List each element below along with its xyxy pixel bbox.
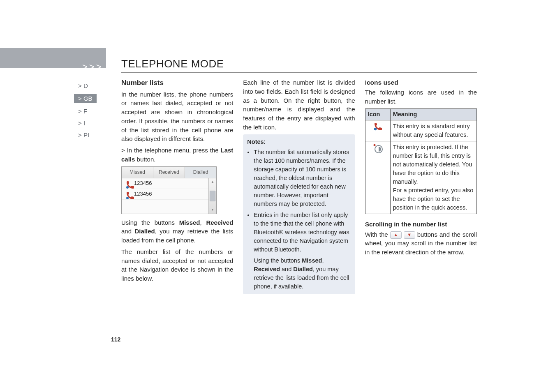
scrolling-para: With the ▲ ▼ buttons and the scroll whee… xyxy=(365,230,477,257)
notes-box: Notes: The number list automatically sto… xyxy=(243,134,355,294)
scroll-thumb[interactable] xyxy=(210,191,215,201)
scrolling-heading: Scrolling in the number list xyxy=(365,220,477,229)
col1-para2: Using the buttons Missed, Received and D… xyxy=(121,218,233,245)
scrollbar[interactable]: ▲ ▼ xyxy=(208,178,216,214)
list-item[interactable]: 123456 xyxy=(122,178,208,189)
scroll-down-button[interactable]: ▼ xyxy=(404,231,415,239)
th-icon: Icon xyxy=(365,108,390,120)
col1-para1: In the number lists, the phone numbers o… xyxy=(121,90,233,144)
list-item-label: 123456 xyxy=(134,180,152,187)
tab-f[interactable]: > F xyxy=(78,108,97,115)
tab-d[interactable]: > D xyxy=(78,82,97,89)
svg-point-1 xyxy=(126,197,129,199)
tab-i[interactable]: > I xyxy=(78,120,97,127)
col3-intro: The following icons are used in the numb… xyxy=(365,88,477,106)
note-item: The number list automatically stores the… xyxy=(254,148,351,208)
th-meaning: Meaning xyxy=(390,108,476,120)
meaning-cell: This entry is protected. If the number l… xyxy=(390,141,476,214)
phone-icon xyxy=(124,180,132,186)
meaning-cell: This entry is a standard entry without a… xyxy=(390,120,476,141)
tab-pl[interactable]: > PL xyxy=(78,131,97,138)
phone-icon xyxy=(124,191,132,197)
notes-title: Notes: xyxy=(247,138,351,146)
title-rule xyxy=(121,72,477,73)
scroll-up-button[interactable]: ▲ xyxy=(390,231,402,239)
header-arrows: >>> xyxy=(82,62,103,72)
table-row: This entry is protected. If the number l… xyxy=(365,141,476,214)
number-list-screenshot: Missed Received Dialled 123456 xyxy=(121,166,217,214)
svg-point-2 xyxy=(374,128,376,130)
icons-used-heading: Icons used xyxy=(365,78,477,87)
standard-entry-icon xyxy=(365,120,390,141)
note-item: Entries in the number list only apply to… xyxy=(254,211,351,254)
list-item-label: 123456 xyxy=(134,190,152,198)
svg-point-4 xyxy=(373,144,375,146)
svg-point-0 xyxy=(126,186,129,189)
language-tabs: > D > GB > F > I > PL xyxy=(78,82,97,143)
tab-missed[interactable]: Missed xyxy=(122,167,153,178)
tab-dialled[interactable]: Dialled xyxy=(185,167,216,178)
column-2: Each line of the number list is divided … xyxy=(243,78,355,294)
column-1: Number lists In the number lists, the ph… xyxy=(121,78,233,294)
table-row: This entry is a standard entry without a… xyxy=(365,120,476,141)
col2-para1: Each line of the number list is divided … xyxy=(243,78,355,132)
icon-meaning-table: Icon Meaning This entry is a standard en… xyxy=(365,108,477,214)
tab-gb[interactable]: > GB xyxy=(78,94,97,103)
tab-received[interactable]: Received xyxy=(153,167,185,178)
col1-step: > In the telephone menu, press the Last … xyxy=(121,146,233,164)
note-item: Using the buttons Missed, Received and D… xyxy=(247,256,351,291)
scroll-up-icon[interactable]: ▲ xyxy=(211,180,214,184)
col1-para3: The number list of the numbers or names … xyxy=(121,247,233,283)
page-number: 112 xyxy=(111,336,120,343)
scroll-down-icon[interactable]: ▼ xyxy=(211,208,214,212)
number-lists-heading: Number lists xyxy=(121,78,233,88)
protected-entry-icon xyxy=(365,141,390,214)
column-3: Icons used The following icons are used … xyxy=(365,78,477,294)
list-item[interactable]: 123456 xyxy=(122,189,208,200)
page-title: TELEPHONE MODE xyxy=(121,58,224,70)
